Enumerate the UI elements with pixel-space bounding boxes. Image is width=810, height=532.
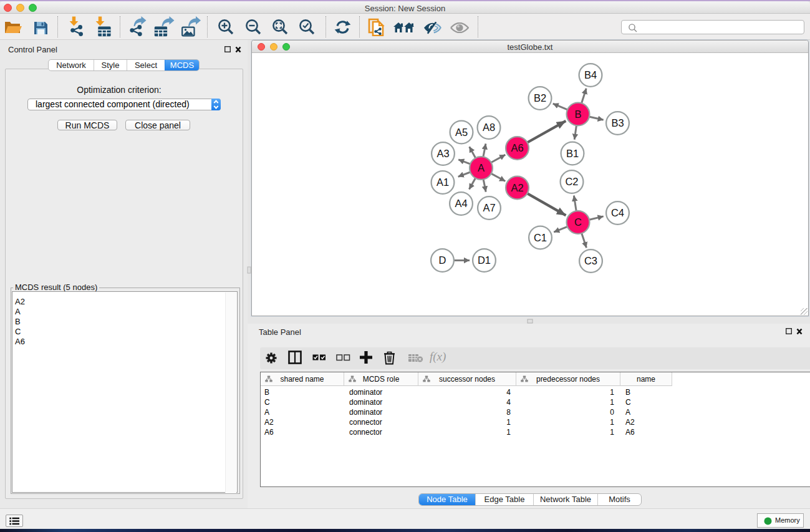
svg-text:A6: A6 [511,142,523,153]
svg-text:A7: A7 [483,202,495,213]
svg-text:A1: A1 [436,177,449,188]
svg-text:D1: D1 [478,254,491,266]
svg-text:A8: A8 [483,122,495,133]
svg-text:A3: A3 [436,148,449,159]
svg-text:A2: A2 [511,182,523,193]
svg-text:B2: B2 [534,92,546,104]
svg-text:B: B [574,109,581,120]
svg-text:C: C [574,216,582,228]
svg-text:B1: B1 [566,148,579,159]
svg-text:C4: C4 [611,207,624,218]
svg-text:C2: C2 [565,176,578,187]
svg-text:A5: A5 [455,127,468,138]
svg-text:A: A [478,162,485,173]
svg-text:A4: A4 [455,198,467,209]
svg-text:B4: B4 [584,69,597,80]
svg-text:D: D [439,254,446,266]
svg-text:C1: C1 [534,232,547,243]
svg-text:B3: B3 [611,117,624,128]
svg-text:C3: C3 [584,255,597,266]
